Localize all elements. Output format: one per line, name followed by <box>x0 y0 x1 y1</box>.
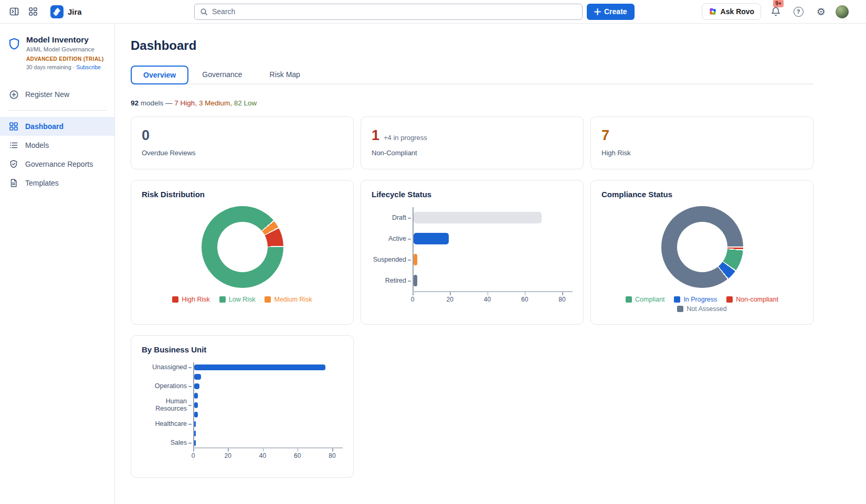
legend-item: Medium Risk <box>265 296 312 303</box>
summary-medium: 3 Medium, <box>199 99 232 107</box>
bar <box>194 412 198 417</box>
bar-row: Human Resources <box>142 400 343 410</box>
notifications-button[interactable]: 9+ <box>768 4 784 19</box>
tab-bar: Overview Governance Risk Map <box>131 66 814 84</box>
legend-item: Low Risk <box>219 296 256 303</box>
main-content: Dashboard Overview Governance Risk Map 9… <box>115 24 866 504</box>
settings-button[interactable]: ⚙ <box>813 4 829 19</box>
chart-title: Risk Distribution <box>142 190 343 199</box>
sidebar-item-dashboard[interactable]: Dashboard <box>0 117 114 136</box>
project-subtitle: AI/ML Model Governance <box>26 46 104 52</box>
app-switcher-button[interactable] <box>25 4 41 19</box>
rovo-icon <box>709 7 717 16</box>
bar <box>414 275 417 286</box>
stat-value: 0 <box>142 128 150 143</box>
sidebar-item-register-new[interactable]: Register New <box>0 85 114 104</box>
compliance-status-donut <box>661 206 743 288</box>
trial-status: 30 days remaining · Subscribe <box>26 64 104 70</box>
create-button[interactable]: Create <box>587 4 635 20</box>
legend-swatch <box>726 296 733 303</box>
jira-home-link[interactable]: Jira <box>50 5 82 18</box>
compliance-status-chart-card: Compliance Status CompliantIn ProgressNo… <box>590 180 814 325</box>
summary-high: 7 High, <box>174 99 197 107</box>
legend-swatch <box>677 306 683 312</box>
legend-swatch <box>219 296 226 303</box>
tab-risk-map[interactable]: Risk Map <box>256 66 314 83</box>
plus-icon <box>594 8 601 15</box>
sidebar-nav: Register New Dashboard Models Governance <box>0 85 114 192</box>
stat-suffix: +4 in progress <box>384 134 427 142</box>
bar-row: Retired <box>372 270 573 291</box>
bar <box>194 402 198 408</box>
bar-row: Healthcare <box>142 419 343 428</box>
x-axis: 020406080 <box>193 447 343 460</box>
help-button[interactable]: ? <box>790 4 806 19</box>
global-search[interactable] <box>194 4 583 20</box>
chart-legend: CompliantIn ProgressNon-compliantNot Ass… <box>626 296 778 313</box>
bell-icon <box>770 6 781 17</box>
sidebar-divider <box>7 110 107 111</box>
lifecycle-status-bars: DraftActiveSuspendedRetired <box>372 207 573 291</box>
user-avatar[interactable] <box>836 5 849 18</box>
shield-icon <box>7 37 21 51</box>
bar <box>414 212 542 223</box>
bar <box>414 254 417 265</box>
app-name: Jira <box>68 7 82 16</box>
sidebar-toggle-button[interactable] <box>6 4 22 19</box>
bar <box>194 421 196 427</box>
plus-circle-icon <box>8 90 19 100</box>
stat-card-non-compliant: 1 +4 in progress Non-Compliant <box>361 116 584 169</box>
legend-item: Compliant <box>626 296 664 303</box>
bar <box>194 374 201 380</box>
legend-swatch <box>674 296 680 303</box>
risk-distribution-donut <box>202 206 283 288</box>
panel-toggle-icon <box>9 6 19 17</box>
document-icon <box>8 178 19 188</box>
tab-overview[interactable]: Overview <box>131 66 188 84</box>
bar-row <box>142 372 343 381</box>
bar-row: Sales <box>142 438 343 447</box>
by-business-unit-chart-card: By Business Unit UnassignedOperationsHum… <box>131 335 354 478</box>
notification-count-badge: 9+ <box>773 0 784 7</box>
sidebar-item-models[interactable]: Models <box>0 136 114 155</box>
chart-title: Compliance Status <box>601 190 802 199</box>
tab-governance[interactable]: Governance <box>188 66 256 83</box>
lifecycle-status-chart-card: Lifecycle Status DraftActiveSuspendedRet… <box>361 180 584 325</box>
search-icon <box>200 8 208 16</box>
bar <box>194 440 196 446</box>
summary-low: 82 Low <box>234 99 257 107</box>
chart-title: By Business Unit <box>142 345 343 354</box>
sidebar-item-templates[interactable]: Templates <box>0 174 114 192</box>
bar <box>194 431 196 436</box>
ask-rovo-button[interactable]: Ask Rovo <box>702 3 762 20</box>
jira-logo-icon <box>50 5 64 18</box>
sidebar-item-governance-reports[interactable]: Governance Reports <box>0 155 114 174</box>
stat-label: Non-Compliant <box>372 149 573 157</box>
gear-icon: ⚙ <box>817 7 826 17</box>
bar-row: Suspended <box>372 249 573 270</box>
search-input[interactable] <box>212 7 577 16</box>
list-icon <box>8 141 19 150</box>
legend-item: In Progress <box>674 296 717 303</box>
help-icon: ? <box>794 7 804 17</box>
bar <box>414 233 449 244</box>
bar-row: Active <box>372 228 573 249</box>
edition-badge: ADVANCED EDITION (TRIAL) <box>26 56 104 62</box>
x-axis: 020406080 <box>413 291 573 304</box>
stat-value: 7 <box>601 128 609 143</box>
legend-item: Not Assessed <box>677 305 726 313</box>
page-title: Dashboard <box>131 38 814 53</box>
risk-distribution-chart-card: Risk Distribution High RiskLow RiskMediu… <box>131 180 354 325</box>
app-switcher-grid-icon <box>28 7 38 16</box>
stat-label: High Risk <box>601 149 802 157</box>
bar <box>194 364 325 370</box>
business-unit-bars: UnassignedOperationsHuman ResourcesHealt… <box>142 362 343 447</box>
bar-row: Draft <box>372 207 573 228</box>
bar-row <box>142 428 343 438</box>
chart-title: Lifecycle Status <box>372 190 573 199</box>
subscribe-link[interactable]: Subscribe <box>76 64 101 70</box>
stat-card-overdue-reviews: 0 Overdue Reviews <box>131 116 354 169</box>
stat-card-high-risk: 7 High Risk <box>590 116 814 169</box>
shield-check-icon <box>8 159 19 169</box>
sidebar: Model Inventory AI/ML Model Governance A… <box>0 24 115 504</box>
